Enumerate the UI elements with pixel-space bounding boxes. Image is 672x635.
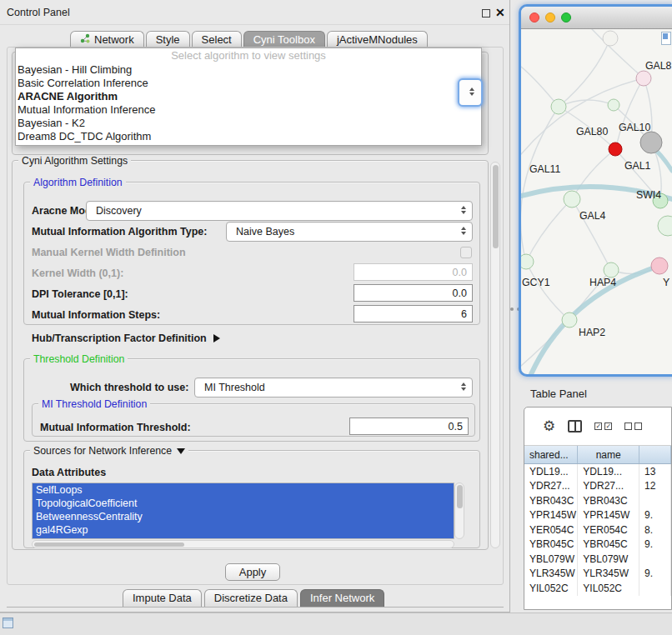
network-edge[interactable] bbox=[572, 149, 615, 199]
expand-right-icon[interactable] bbox=[213, 334, 220, 342]
table-row[interactable]: YDR27...YDR27...12 bbox=[524, 479, 671, 494]
attribute-list-item[interactable]: BetweennessCentrality bbox=[33, 510, 454, 523]
apply-button[interactable]: Apply bbox=[225, 563, 280, 581]
network-node[interactable] bbox=[609, 142, 622, 156]
network-node[interactable] bbox=[551, 99, 566, 114]
table-cell[interactable]: YBR045C bbox=[578, 538, 639, 552]
table-cell[interactable]: YLR345W bbox=[524, 567, 578, 582]
table-row[interactable]: YBL079WYBL079W bbox=[524, 552, 671, 567]
table-cell[interactable]: YPR145W bbox=[578, 508, 639, 523]
deselect-all-columns-icon[interactable] bbox=[624, 422, 642, 430]
attribute-list-item[interactable]: gal4RGexp bbox=[33, 523, 454, 537]
table-row[interactable]: YIL052CYIL052C bbox=[524, 581, 671, 596]
close-button[interactable] bbox=[529, 12, 539, 22]
panel-splitter-handle[interactable] bbox=[510, 308, 520, 311]
network-edge[interactable] bbox=[615, 78, 644, 149]
select-all-columns-icon[interactable]: ✓✓ bbox=[594, 422, 612, 430]
table-cell[interactable]: YBR043C bbox=[524, 493, 578, 508]
algorithm-option[interactable]: Bayesian - Hill Climbing bbox=[16, 63, 481, 77]
attribute-list-item[interactable]: SelfLoops bbox=[33, 483, 454, 497]
close-window-icon[interactable]: ✕ bbox=[495, 6, 505, 19]
network-edge[interactable] bbox=[559, 38, 610, 107]
which-threshold-combobox[interactable]: MI Threshold bbox=[194, 378, 473, 398]
gear-icon[interactable]: ⚙ bbox=[543, 419, 555, 433]
table-row[interactable]: YLR345WYLR345W9. bbox=[524, 567, 671, 582]
table-cell[interactable]: YPR145W bbox=[524, 508, 578, 523]
tab-jactivemnodules[interactable]: jActiveMNodules bbox=[327, 31, 428, 48]
mi-steps-field[interactable]: 6 bbox=[354, 305, 473, 322]
mi-type-combobox[interactable]: Naive Bayes bbox=[226, 222, 473, 242]
table-cell[interactable]: YIL052C bbox=[524, 581, 578, 596]
table-cell[interactable]: 13 bbox=[639, 464, 671, 479]
attribute-list-item[interactable]: TopologicalCoefficient bbox=[33, 497, 454, 510]
network-node[interactable] bbox=[564, 191, 580, 208]
tab-style[interactable]: Style bbox=[146, 31, 190, 48]
table-cell[interactable]: YDR27... bbox=[578, 479, 639, 494]
tab-select[interactable]: Select bbox=[192, 31, 242, 48]
aracne-mode-combobox[interactable]: Discovery bbox=[86, 201, 473, 221]
algorithm-option[interactable]: Bayesian - K2 bbox=[16, 117, 481, 130]
table-row[interactable]: YPR145WYPR145W9. bbox=[524, 508, 671, 523]
zoom-button[interactable] bbox=[561, 12, 571, 22]
table-cell[interactable]: YBL079W bbox=[524, 552, 578, 567]
table-cell[interactable]: 8. bbox=[639, 522, 671, 538]
minimize-button[interactable] bbox=[545, 12, 555, 22]
network-canvas[interactable]: GAL8GAL80GAL10GAL11GAL1SWI4GAL4GCY1HAP4H… bbox=[521, 29, 672, 374]
scrollbar-thumb[interactable] bbox=[493, 165, 499, 248]
scrollbar-thumb[interactable] bbox=[457, 485, 463, 508]
attributes-list-hscrollbar[interactable] bbox=[32, 540, 454, 548]
attributes-list[interactable]: SelfLoopsTopologicalCoefficientBetweenne… bbox=[32, 482, 454, 539]
network-node[interactable] bbox=[603, 31, 618, 46]
algorithm-combobox-focus-fragment[interactable] bbox=[458, 78, 483, 107]
columns-icon[interactable] bbox=[568, 420, 582, 432]
column-header[interactable]: name bbox=[578, 446, 639, 463]
bottom-tab-discretize-data[interactable]: Discretize Data bbox=[204, 589, 298, 607]
table-cell[interactable]: YBR043C bbox=[578, 493, 639, 508]
bottom-tab-infer-network[interactable]: Infer Network bbox=[300, 589, 384, 607]
network-node[interactable] bbox=[604, 262, 619, 278]
table-cell[interactable] bbox=[639, 552, 671, 567]
settings-scrollbar[interactable] bbox=[490, 162, 500, 548]
tab-network[interactable]: Network bbox=[70, 31, 144, 48]
table-cell[interactable]: YBR045C bbox=[524, 538, 578, 552]
network-window-titlebar[interactable] bbox=[521, 7, 672, 29]
table-cell[interactable] bbox=[639, 581, 671, 596]
algorithm-option[interactable]: Mutual Information Inference bbox=[16, 103, 481, 117]
table-cell[interactable]: YIL052C bbox=[578, 581, 639, 596]
network-node[interactable] bbox=[651, 258, 668, 274]
column-header[interactable]: shared... bbox=[524, 446, 578, 463]
birdseye-toggle[interactable] bbox=[661, 32, 671, 45]
attributes-list-vscrollbar[interactable] bbox=[454, 482, 464, 539]
table-cell[interactable]: YLR345W bbox=[578, 567, 639, 582]
tab-cyni-toolbox[interactable]: Cyni Toolbox bbox=[243, 31, 325, 48]
network-node[interactable] bbox=[658, 216, 672, 236]
bottom-tab-impute-data[interactable]: Impute Data bbox=[123, 589, 202, 607]
table-row[interactable]: YDL19...YDL19...13 bbox=[524, 464, 671, 479]
table-cell[interactable]: 9. bbox=[639, 538, 671, 552]
network-view-window[interactable]: GAL8GAL80GAL10GAL11GAL1SWI4GAL4GCY1HAP4H… bbox=[521, 7, 672, 374]
table-cell[interactable]: YDL19... bbox=[578, 464, 639, 479]
table-cell[interactable]: YDL19... bbox=[524, 464, 578, 479]
table-row[interactable]: YER054CYER054C8. bbox=[524, 522, 671, 538]
network-node[interactable] bbox=[640, 132, 662, 153]
network-node[interactable] bbox=[521, 254, 534, 269]
collapse-down-icon[interactable] bbox=[177, 448, 185, 454]
network-edge[interactable] bbox=[526, 262, 569, 320]
table-row[interactable]: YBR043CYBR043C bbox=[524, 493, 671, 508]
scrollbar-thumb[interactable] bbox=[34, 542, 184, 547]
table-cell[interactable]: YBL079W bbox=[578, 552, 639, 567]
table-row[interactable]: YBR045CYBR045C9. bbox=[524, 538, 671, 552]
float-window-icon[interactable] bbox=[482, 9, 490, 18]
table-cell[interactable] bbox=[639, 493, 671, 508]
mi-threshold-field[interactable]: 0.5 bbox=[349, 418, 469, 435]
network-node[interactable] bbox=[636, 71, 651, 86]
network-node[interactable] bbox=[608, 99, 619, 111]
network-edge[interactable] bbox=[526, 199, 572, 262]
algorithm-option[interactable]: ARACNE Algorithm bbox=[16, 90, 481, 103]
dpi-tolerance-field[interactable]: 0.0 bbox=[354, 284, 473, 302]
minimized-window-icon[interactable] bbox=[3, 618, 13, 628]
table-cell[interactable]: 9. bbox=[639, 567, 671, 582]
network-node[interactable] bbox=[562, 312, 577, 328]
table-cell[interactable]: YER054C bbox=[578, 522, 639, 538]
table-cell[interactable]: YER054C bbox=[524, 522, 578, 538]
